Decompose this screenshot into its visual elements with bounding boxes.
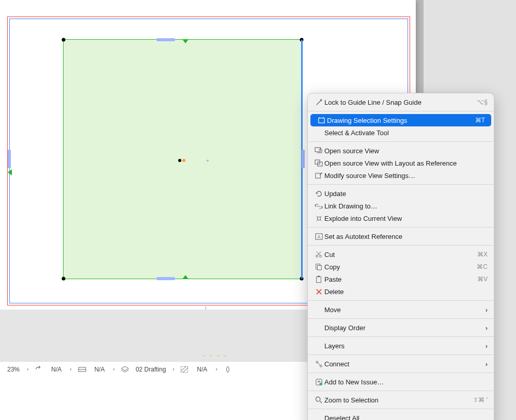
settings-frame-icon bbox=[316, 117, 327, 124]
menu-item-label: Drawing Selection Settings bbox=[327, 117, 471, 124]
cut-icon bbox=[313, 251, 324, 258]
menu-item-shortcut: ⌘X bbox=[477, 251, 488, 258]
menu-item-shortcut: ⌥§ bbox=[477, 99, 488, 106]
menu-item-label: Select & Activate Tool bbox=[324, 129, 488, 137]
copy-icon bbox=[313, 263, 324, 270]
menu-item-move[interactable]: Move› bbox=[308, 303, 494, 316]
menu-separator bbox=[308, 245, 494, 246]
status-field-2[interactable]: N/A › bbox=[75, 362, 118, 377]
svg-point-22 bbox=[319, 382, 322, 385]
menu-item-label: Delete bbox=[324, 288, 488, 296]
svg-rect-18 bbox=[318, 276, 320, 277]
menu-item-delete[interactable]: Delete bbox=[308, 285, 494, 298]
menu-separator bbox=[308, 373, 494, 373]
center-dot bbox=[182, 159, 185, 162]
menu-item-lock-to-guide-line-snap-guide[interactable]: Lock to Guide Line / Snap Guide⌥§ bbox=[308, 96, 494, 108]
svg-point-19 bbox=[316, 361, 318, 363]
status-field-5[interactable] bbox=[221, 362, 235, 377]
menu-item-zoom-to-selection[interactable]: Zoom to Selection⇧⌘ ' bbox=[308, 394, 494, 406]
explode-icon bbox=[313, 215, 324, 222]
menu-item-shortcut: ⌘T bbox=[475, 117, 485, 124]
page-grip-left[interactable] bbox=[8, 150, 11, 168]
menu-item-label: Cut bbox=[324, 251, 473, 259]
selection-handle-nw[interactable] bbox=[62, 38, 66, 42]
menu-separator bbox=[308, 391, 494, 391]
menu-separator bbox=[308, 409, 494, 409]
status-value-2: N/A bbox=[89, 366, 110, 373]
menu-item-explode-into-current-view[interactable]: Explode into Current View bbox=[308, 212, 494, 224]
menu-item-connect[interactable]: Connect› bbox=[308, 358, 494, 370]
menu-item-add-to-new-issue[interactable]: Add to New Issue… bbox=[308, 376, 494, 388]
svg-rect-17 bbox=[317, 277, 321, 282]
chevron-right-icon: › bbox=[486, 306, 488, 314]
autotext-icon: A bbox=[313, 233, 324, 240]
triangle-left-icon bbox=[8, 169, 12, 175]
status-value-1: N/A bbox=[46, 366, 67, 373]
context-menu[interactable]: Lock to Guide Line / Snap Guide⌥§Drawing… bbox=[307, 93, 494, 420]
issue-icon bbox=[313, 378, 324, 386]
zoom-control[interactable]: 23% › bbox=[0, 362, 32, 377]
menu-item-label: Open source View bbox=[324, 147, 488, 155]
menu-item-deselect-all[interactable]: Deselect All bbox=[308, 412, 494, 420]
triangle-bottom-icon bbox=[182, 275, 189, 279]
drag-dots-icon[interactable]: – – – – bbox=[203, 353, 228, 358]
svg-point-20 bbox=[320, 365, 322, 367]
menu-item-drawing-selection-settings[interactable]: Drawing Selection Settings⌘T bbox=[310, 114, 491, 126]
menu-item-cut[interactable]: Cut⌘X bbox=[308, 248, 494, 261]
triangle-top-icon bbox=[182, 39, 189, 43]
menu-item-open-source-view-with-layout-as-reference[interactable]: Open source View with Layout as Referenc… bbox=[308, 157, 494, 169]
link-icon bbox=[313, 203, 324, 209]
selection-grip-top[interactable] bbox=[157, 38, 175, 41]
menu-item-display-order[interactable]: Display Order› bbox=[308, 321, 494, 334]
chevron-right-icon: › bbox=[215, 366, 217, 372]
svg-rect-5 bbox=[318, 118, 324, 122]
status-field-3[interactable]: 02 Drafting › bbox=[118, 362, 177, 377]
wand-icon bbox=[313, 99, 324, 106]
svg-point-13 bbox=[316, 255, 318, 257]
menu-item-label: Copy bbox=[324, 263, 473, 271]
menu-item-select-activate-tool[interactable]: Select & Activate Tool bbox=[308, 126, 494, 139]
status-field-1[interactable]: N/A › bbox=[32, 362, 74, 377]
menu-item-update[interactable]: Update bbox=[308, 187, 494, 200]
menu-item-label: Layers bbox=[324, 342, 481, 350]
menu-item-label: Lock to Guide Line / Snap Guide bbox=[324, 99, 473, 106]
page-grip-right[interactable] bbox=[302, 150, 305, 168]
chevron-right-icon: › bbox=[486, 324, 488, 332]
menu-separator bbox=[308, 336, 494, 337]
menu-item-modify-source-view-settings[interactable]: Modify source View Settings… bbox=[308, 169, 494, 182]
menu-item-copy[interactable]: Copy⌘C bbox=[308, 261, 494, 273]
modify-view-icon bbox=[313, 172, 324, 180]
menu-separator bbox=[308, 184, 494, 185]
refresh-icon bbox=[313, 190, 324, 198]
menu-separator bbox=[308, 227, 494, 228]
menu-item-label: Display Order bbox=[324, 324, 481, 332]
zoom-value: 23% bbox=[3, 366, 24, 373]
menu-item-paste[interactable]: Paste⌘V bbox=[308, 273, 494, 285]
drawing-selection[interactable]: + bbox=[63, 39, 302, 279]
menu-item-set-as-autotext-reference[interactable]: ASet as Autotext Reference bbox=[308, 230, 494, 243]
connect-icon bbox=[313, 360, 324, 368]
chevron-right-icon: › bbox=[70, 366, 71, 372]
svg-text:A: A bbox=[317, 234, 320, 239]
menu-item-open-source-view[interactable]: Open source View bbox=[308, 144, 494, 157]
chevron-right-icon: › bbox=[113, 366, 115, 372]
menu-item-label: Zoom to Selection bbox=[324, 396, 469, 404]
svg-rect-2 bbox=[181, 366, 188, 373]
center-dot-2 bbox=[178, 159, 181, 162]
status-bar: 23% › N/A › N/A › 02 Drafting › N/A › bbox=[0, 361, 307, 377]
chevron-right-icon: › bbox=[486, 342, 488, 350]
selection-handle-sw[interactable] bbox=[62, 277, 66, 281]
menu-item-link-drawing-to[interactable]: Link Drawing to… bbox=[308, 200, 494, 212]
svg-line-3 bbox=[181, 366, 186, 371]
menu-item-shortcut: ⇧⌘ ' bbox=[473, 396, 488, 403]
svg-rect-16 bbox=[317, 265, 321, 270]
svg-line-4 bbox=[183, 367, 188, 373]
status-field-4[interactable]: N/A › bbox=[177, 362, 220, 377]
hatch-icon bbox=[180, 366, 189, 373]
fill-icon bbox=[224, 366, 232, 373]
menu-item-layers[interactable]: Layers› bbox=[308, 340, 494, 352]
menu-item-shortcut: ⌘V bbox=[477, 276, 488, 283]
menu-separator bbox=[308, 141, 494, 142]
selection-grip-bottom[interactable] bbox=[157, 277, 175, 280]
open-view-ref-icon bbox=[313, 159, 324, 167]
